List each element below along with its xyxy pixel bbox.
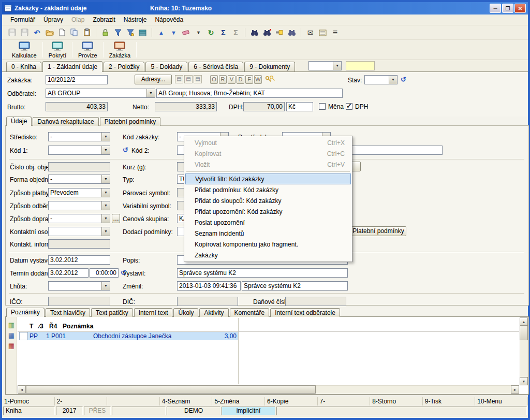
tab-aktivity[interactable]: Aktivity (199, 308, 228, 317)
fkey-8[interactable]: 8-Storno (370, 397, 423, 405)
chevron-down-icon[interactable] (146, 89, 155, 97)
context-menu-item-pridat-podminku[interactable]: Přidat podmínku: Kód zakázky (185, 184, 351, 195)
menu-zobrazit[interactable]: Zobrazit (89, 15, 119, 24)
flag-o-button[interactable]: O (210, 75, 218, 84)
highlight-icon[interactable] (274, 27, 284, 38)
tab-udaje[interactable]: Údaje (6, 117, 32, 126)
chevron-down-icon[interactable] (101, 175, 110, 183)
zpusob-dopravy-combo[interactable]: - (48, 214, 110, 223)
list-view-icon[interactable]: ▤ (184, 75, 193, 83)
menu-napoveda[interactable]: Nápověda (151, 15, 187, 24)
chevron-down-icon[interactable] (101, 282, 110, 290)
filter-icon[interactable] (113, 27, 123, 38)
lock-icon[interactable] (100, 27, 110, 38)
mena-checkbox[interactable] (319, 103, 326, 110)
new-document-icon[interactable] (57, 27, 67, 38)
horizontal-scrollbar[interactable]: ◄ ► (18, 385, 519, 394)
context-menu-item-seznam-incidentu[interactable]: Seznam incidentů (185, 228, 351, 239)
lhuta-combo[interactable] (48, 281, 110, 291)
flag-w-button[interactable]: W (254, 75, 262, 84)
scroll-down-icon[interactable]: ▼ (520, 377, 528, 385)
tab-ukoly[interactable]: Úkoly (173, 308, 198, 317)
undo-icon[interactable]: ↶ (32, 27, 42, 38)
kontakt-informace-field[interactable] (48, 239, 110, 249)
platebni-podminky-button[interactable]: Platební podmínky (350, 226, 406, 236)
vertical-scrollbar[interactable]: ▲ ▼ (520, 317, 528, 385)
fkey-5[interactable]: 5-Změna (212, 397, 265, 405)
context-menu-item-zakazky[interactable]: Zakázky (185, 250, 351, 260)
move-down-icon[interactable]: ▼ (169, 27, 179, 38)
kontaktni-osoba-combo[interactable] (48, 227, 110, 236)
fkey-3[interactable] (107, 397, 160, 405)
save-all-icon[interactable] (20, 27, 30, 38)
dph-checkbox[interactable] (346, 103, 352, 110)
tab-interni-text-odberatele[interactable]: Interní text odběratele (270, 308, 340, 317)
termin-dodani-date-field[interactable]: 3.02.2012 (48, 268, 89, 278)
fkey-2[interactable]: 2- (55, 397, 108, 405)
fkey-1[interactable]: 1-Pomoc (2, 397, 55, 405)
copy-icon[interactable] (69, 27, 79, 38)
zpusob-odberu-combo[interactable] (48, 201, 110, 210)
context-menu-item-poslat-upozorneni[interactable]: Poslat upozornění (185, 217, 351, 228)
fkey-10[interactable]: 10-Menu (475, 397, 528, 405)
tab-platebni-podminky[interactable]: Platební podmínky (100, 117, 160, 126)
cislo-obj-field[interactable] (48, 162, 110, 171)
revert-icon[interactable]: ↺ (123, 146, 130, 154)
menu-list-icon[interactable]: ≡ (330, 27, 340, 38)
delete-note-icon[interactable]: ▦ (7, 342, 16, 350)
tab-komentare[interactable]: Komentáře (230, 308, 270, 317)
tab-text-hlavicky[interactable]: Text hlavičky (46, 308, 90, 317)
context-menu-item-pridat-do-sloupcu[interactable]: Přidat do sloupců: Kód zakázky (185, 195, 351, 206)
stav-combo[interactable] (364, 75, 398, 84)
paste-icon[interactable] (82, 27, 92, 38)
menu-nastroje[interactable]: Nástroje (120, 15, 151, 24)
refresh-icon[interactable]: ↻ (206, 27, 216, 38)
odberatel-combo[interactable]: AB GROUP (46, 89, 155, 98)
zpusob-platby-combo[interactable]: Převodem (48, 188, 110, 197)
flag-d-button[interactable]: D (237, 75, 244, 84)
zakazka-button[interactable]: Zakázka (105, 40, 136, 60)
fkey-9[interactable]: 9-Tisk (423, 397, 476, 405)
layers-icon[interactable] (138, 27, 148, 38)
scroll-left-icon[interactable]: ◄ (18, 385, 26, 394)
termin-dodani-time-field[interactable]: 0:00:00 (90, 268, 119, 278)
scrollbar-thumb[interactable] (520, 326, 528, 340)
context-menu-item-pridat-upozorneni[interactable]: Přidat upozornění: Kód zakázky (185, 206, 351, 217)
quick-filter-combo[interactable] (308, 61, 342, 70)
maximize-button[interactable]: ❐ (502, 4, 513, 13)
mail-icon[interactable]: ✉ (305, 27, 315, 38)
chevron-down-icon[interactable] (101, 189, 110, 197)
menu-formular[interactable]: Formulář (6, 15, 39, 24)
revert-icon[interactable]: ↺ (401, 76, 408, 84)
ico-field[interactable] (48, 297, 110, 306)
forma-objednavky-combo[interactable]: - (48, 175, 110, 184)
save-icon[interactable] (7, 27, 17, 38)
flag-r-button[interactable]: R (219, 75, 227, 84)
quick-filter-field[interactable] (346, 61, 375, 70)
row-selector[interactable] (19, 332, 28, 340)
fkey-4[interactable]: 4-Seznam (160, 397, 213, 405)
chevron-down-icon[interactable] (101, 201, 110, 210)
dropdown-icon[interactable]: ▼ (194, 27, 203, 38)
kod1-combo[interactable] (48, 146, 110, 155)
tab-polozky[interactable]: 2 - Položky (104, 62, 144, 71)
chevron-down-icon[interactable] (101, 133, 110, 141)
danove-cislo-field[interactable] (285, 297, 346, 306)
zakazka-input[interactable]: 10/2012/2 (46, 75, 108, 84)
scrollbar-thumb[interactable] (26, 385, 316, 394)
move-up-icon[interactable]: ▲ (156, 27, 166, 38)
find-icon[interactable] (249, 27, 259, 38)
scroll-right-icon[interactable]: ► (511, 385, 519, 394)
tab-interni-text[interactable]: Interní text (134, 308, 173, 317)
chevron-down-icon[interactable] (101, 227, 110, 236)
adresy-button[interactable]: Adresy... (135, 75, 172, 84)
stredisko-combo[interactable]: - (48, 132, 110, 141)
journal-icon[interactable] (318, 27, 328, 38)
eraser-icon[interactable] (181, 27, 191, 38)
tab-poznamky[interactable]: Poznámky (6, 308, 45, 317)
close-button[interactable]: ✕ (514, 4, 526, 13)
find-next-icon[interactable] (262, 27, 272, 38)
chevron-down-icon[interactable] (389, 76, 397, 84)
tab-kniha[interactable]: 0 - Kniha (6, 62, 41, 71)
flag-v-button[interactable]: V (228, 75, 235, 84)
